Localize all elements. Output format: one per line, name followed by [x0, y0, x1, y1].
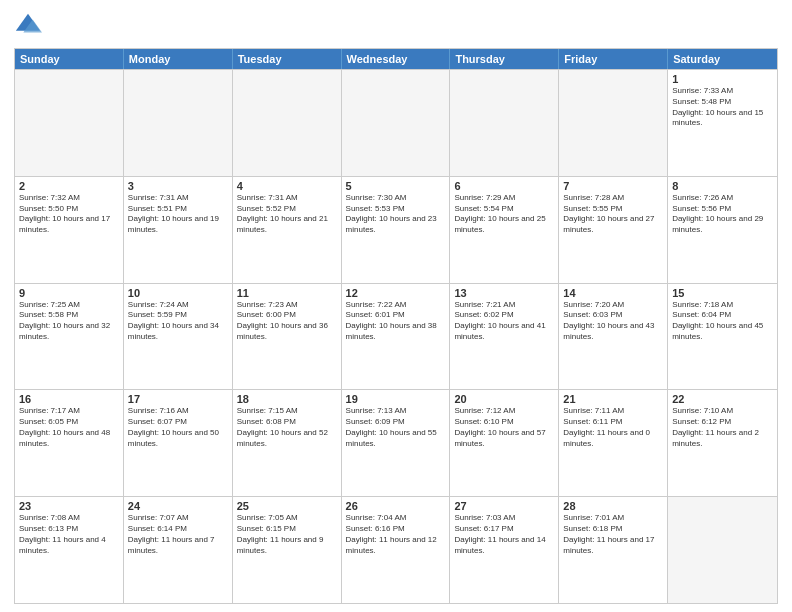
table-row: 7Sunrise: 7:28 AMSunset: 5:55 PMDaylight… — [559, 177, 668, 283]
table-row: 15Sunrise: 7:18 AMSunset: 6:04 PMDayligh… — [668, 284, 777, 390]
table-row: 12Sunrise: 7:22 AMSunset: 6:01 PMDayligh… — [342, 284, 451, 390]
day-number: 21 — [563, 393, 663, 405]
calendar-header-cell: Thursday — [450, 49, 559, 69]
calendar-header-cell: Monday — [124, 49, 233, 69]
table-row: 22Sunrise: 7:10 AMSunset: 6:12 PMDayligh… — [668, 390, 777, 496]
day-number: 7 — [563, 180, 663, 192]
table-row: 11Sunrise: 7:23 AMSunset: 6:00 PMDayligh… — [233, 284, 342, 390]
calendar-week-5: 23Sunrise: 7:08 AMSunset: 6:13 PMDayligh… — [15, 496, 777, 603]
table-row: 23Sunrise: 7:08 AMSunset: 6:13 PMDayligh… — [15, 497, 124, 603]
table-row: 9Sunrise: 7:25 AMSunset: 5:58 PMDaylight… — [15, 284, 124, 390]
calendar-week-4: 16Sunrise: 7:17 AMSunset: 6:05 PMDayligh… — [15, 389, 777, 496]
table-row: 27Sunrise: 7:03 AMSunset: 6:17 PMDayligh… — [450, 497, 559, 603]
day-info: Sunrise: 7:21 AMSunset: 6:02 PMDaylight:… — [454, 300, 554, 343]
day-number: 20 — [454, 393, 554, 405]
table-row: 19Sunrise: 7:13 AMSunset: 6:09 PMDayligh… — [342, 390, 451, 496]
table-row — [559, 70, 668, 176]
day-info: Sunrise: 7:04 AMSunset: 6:16 PMDaylight:… — [346, 513, 446, 556]
table-row: 28Sunrise: 7:01 AMSunset: 6:18 PMDayligh… — [559, 497, 668, 603]
day-number: 1 — [672, 73, 773, 85]
calendar-week-3: 9Sunrise: 7:25 AMSunset: 5:58 PMDaylight… — [15, 283, 777, 390]
table-row: 13Sunrise: 7:21 AMSunset: 6:02 PMDayligh… — [450, 284, 559, 390]
day-number: 13 — [454, 287, 554, 299]
table-row: 5Sunrise: 7:30 AMSunset: 5:53 PMDaylight… — [342, 177, 451, 283]
day-number: 16 — [19, 393, 119, 405]
day-number: 28 — [563, 500, 663, 512]
table-row: 20Sunrise: 7:12 AMSunset: 6:10 PMDayligh… — [450, 390, 559, 496]
day-info: Sunrise: 7:20 AMSunset: 6:03 PMDaylight:… — [563, 300, 663, 343]
day-number: 8 — [672, 180, 773, 192]
day-info: Sunrise: 7:29 AMSunset: 5:54 PMDaylight:… — [454, 193, 554, 236]
table-row: 25Sunrise: 7:05 AMSunset: 6:15 PMDayligh… — [233, 497, 342, 603]
day-info: Sunrise: 7:12 AMSunset: 6:10 PMDaylight:… — [454, 406, 554, 449]
day-number: 15 — [672, 287, 773, 299]
calendar-week-2: 2Sunrise: 7:32 AMSunset: 5:50 PMDaylight… — [15, 176, 777, 283]
day-info: Sunrise: 7:17 AMSunset: 6:05 PMDaylight:… — [19, 406, 119, 449]
calendar-header-cell: Sunday — [15, 49, 124, 69]
table-row: 16Sunrise: 7:17 AMSunset: 6:05 PMDayligh… — [15, 390, 124, 496]
day-info: Sunrise: 7:24 AMSunset: 5:59 PMDaylight:… — [128, 300, 228, 343]
day-info: Sunrise: 7:16 AMSunset: 6:07 PMDaylight:… — [128, 406, 228, 449]
calendar-week-1: 1Sunrise: 7:33 AMSunset: 5:48 PMDaylight… — [15, 69, 777, 176]
day-number: 5 — [346, 180, 446, 192]
header — [14, 12, 778, 40]
logo-icon — [14, 12, 42, 40]
table-row: 8Sunrise: 7:26 AMSunset: 5:56 PMDaylight… — [668, 177, 777, 283]
day-info: Sunrise: 7:08 AMSunset: 6:13 PMDaylight:… — [19, 513, 119, 556]
day-number: 18 — [237, 393, 337, 405]
day-number: 19 — [346, 393, 446, 405]
table-row: 10Sunrise: 7:24 AMSunset: 5:59 PMDayligh… — [124, 284, 233, 390]
table-row: 18Sunrise: 7:15 AMSunset: 6:08 PMDayligh… — [233, 390, 342, 496]
day-number: 2 — [19, 180, 119, 192]
calendar-body: 1Sunrise: 7:33 AMSunset: 5:48 PMDaylight… — [15, 69, 777, 603]
day-info: Sunrise: 7:13 AMSunset: 6:09 PMDaylight:… — [346, 406, 446, 449]
table-row — [668, 497, 777, 603]
calendar-header-row: SundayMondayTuesdayWednesdayThursdayFrid… — [15, 49, 777, 69]
table-row: 21Sunrise: 7:11 AMSunset: 6:11 PMDayligh… — [559, 390, 668, 496]
day-info: Sunrise: 7:15 AMSunset: 6:08 PMDaylight:… — [237, 406, 337, 449]
table-row: 4Sunrise: 7:31 AMSunset: 5:52 PMDaylight… — [233, 177, 342, 283]
day-number: 11 — [237, 287, 337, 299]
day-info: Sunrise: 7:05 AMSunset: 6:15 PMDaylight:… — [237, 513, 337, 556]
table-row: 14Sunrise: 7:20 AMSunset: 6:03 PMDayligh… — [559, 284, 668, 390]
day-number: 23 — [19, 500, 119, 512]
day-info: Sunrise: 7:18 AMSunset: 6:04 PMDaylight:… — [672, 300, 773, 343]
day-info: Sunrise: 7:28 AMSunset: 5:55 PMDaylight:… — [563, 193, 663, 236]
day-number: 17 — [128, 393, 228, 405]
day-number: 12 — [346, 287, 446, 299]
day-number: 3 — [128, 180, 228, 192]
day-number: 27 — [454, 500, 554, 512]
table-row — [342, 70, 451, 176]
table-row: 6Sunrise: 7:29 AMSunset: 5:54 PMDaylight… — [450, 177, 559, 283]
day-info: Sunrise: 7:10 AMSunset: 6:12 PMDaylight:… — [672, 406, 773, 449]
day-info: Sunrise: 7:22 AMSunset: 6:01 PMDaylight:… — [346, 300, 446, 343]
day-number: 4 — [237, 180, 337, 192]
table-row: 24Sunrise: 7:07 AMSunset: 6:14 PMDayligh… — [124, 497, 233, 603]
day-number: 25 — [237, 500, 337, 512]
calendar: SundayMondayTuesdayWednesdayThursdayFrid… — [14, 48, 778, 604]
calendar-header-cell: Saturday — [668, 49, 777, 69]
table-row: 3Sunrise: 7:31 AMSunset: 5:51 PMDaylight… — [124, 177, 233, 283]
day-info: Sunrise: 7:26 AMSunset: 5:56 PMDaylight:… — [672, 193, 773, 236]
day-info: Sunrise: 7:33 AMSunset: 5:48 PMDaylight:… — [672, 86, 773, 129]
table-row: 2Sunrise: 7:32 AMSunset: 5:50 PMDaylight… — [15, 177, 124, 283]
day-info: Sunrise: 7:03 AMSunset: 6:17 PMDaylight:… — [454, 513, 554, 556]
table-row: 17Sunrise: 7:16 AMSunset: 6:07 PMDayligh… — [124, 390, 233, 496]
day-info: Sunrise: 7:32 AMSunset: 5:50 PMDaylight:… — [19, 193, 119, 236]
day-number: 9 — [19, 287, 119, 299]
calendar-header-cell: Friday — [559, 49, 668, 69]
day-info: Sunrise: 7:07 AMSunset: 6:14 PMDaylight:… — [128, 513, 228, 556]
table-row — [233, 70, 342, 176]
day-info: Sunrise: 7:30 AMSunset: 5:53 PMDaylight:… — [346, 193, 446, 236]
logo — [14, 12, 46, 40]
calendar-header-cell: Tuesday — [233, 49, 342, 69]
day-info: Sunrise: 7:11 AMSunset: 6:11 PMDaylight:… — [563, 406, 663, 449]
day-number: 24 — [128, 500, 228, 512]
page: SundayMondayTuesdayWednesdayThursdayFrid… — [0, 0, 792, 612]
day-number: 14 — [563, 287, 663, 299]
day-info: Sunrise: 7:25 AMSunset: 5:58 PMDaylight:… — [19, 300, 119, 343]
table-row: 26Sunrise: 7:04 AMSunset: 6:16 PMDayligh… — [342, 497, 451, 603]
table-row — [15, 70, 124, 176]
table-row — [450, 70, 559, 176]
calendar-header-cell: Wednesday — [342, 49, 451, 69]
